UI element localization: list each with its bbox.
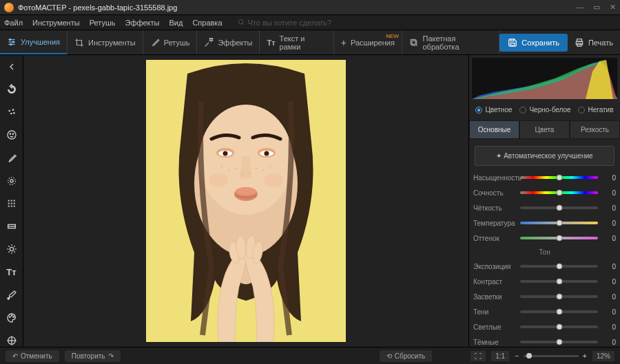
dropper-icon[interactable] xyxy=(6,289,18,301)
app-logo-icon xyxy=(4,3,14,12)
palette-icon[interactable] xyxy=(6,312,18,324)
gradient-icon[interactable] xyxy=(6,221,18,233)
titlebar: ФотоМАСТЕР - pexels-gabb-tapic-3155588.j… xyxy=(0,0,620,15)
paint-icon[interactable] xyxy=(6,152,18,164)
menu-help[interactable]: Справка xyxy=(192,19,222,27)
svg-point-71 xyxy=(249,173,250,174)
svg-point-0 xyxy=(238,19,242,23)
svg-point-61 xyxy=(236,187,256,195)
svg-line-40 xyxy=(8,246,9,247)
slider-blacks[interactable]: Тёмные0 xyxy=(473,334,616,347)
zoom-control[interactable]: − + xyxy=(515,352,587,360)
svg-rect-30 xyxy=(8,206,9,207)
face-icon[interactable] xyxy=(6,129,18,141)
subtab-basic[interactable]: Основные xyxy=(469,120,519,139)
wand-icon xyxy=(204,38,214,47)
adjustment-subtabs: Основные Цвета Резкость xyxy=(469,120,620,139)
text-tool-icon[interactable]: Tт xyxy=(6,266,18,278)
svg-rect-9 xyxy=(411,39,415,44)
svg-line-1 xyxy=(242,23,243,25)
tab-enhance[interactable]: Улучшения xyxy=(0,30,68,54)
slider-clarity[interactable]: Чёткость0 xyxy=(473,200,616,215)
slider-shadows[interactable]: Тени0 xyxy=(473,304,616,319)
menubar-search[interactable]: Что вы хотите сделать? xyxy=(238,19,332,27)
tab-effects[interactable]: Эффекты xyxy=(197,30,260,54)
tab-extensions[interactable]: + Расширения NEW xyxy=(334,30,402,54)
radial-icon[interactable] xyxy=(6,175,18,186)
menu-view[interactable]: Вид xyxy=(169,19,183,27)
svg-point-19 xyxy=(8,131,16,139)
slider-contrast[interactable]: Контраст0 xyxy=(473,274,616,289)
save-button[interactable]: Сохранить xyxy=(499,34,568,52)
slider-tint[interactable]: Оттенок0 xyxy=(473,231,616,246)
slider-exposure[interactable]: Экспозиция0 xyxy=(473,259,616,274)
subtab-sharpness[interactable]: Резкость xyxy=(570,120,620,139)
text-icon: Tт xyxy=(267,39,275,47)
radio-bw[interactable]: Черно-белое xyxy=(519,106,570,114)
svg-line-41 xyxy=(14,252,14,253)
svg-point-46 xyxy=(11,315,12,316)
target-icon[interactable] xyxy=(6,335,18,347)
svg-point-63 xyxy=(264,173,283,187)
tab-batch[interactable]: Пакетная обработка xyxy=(402,30,499,54)
sun-icon[interactable] xyxy=(6,244,18,255)
slider-temperature[interactable]: Температура0 xyxy=(473,215,616,231)
svg-rect-29 xyxy=(13,203,14,204)
svg-point-65 xyxy=(228,169,229,171)
svg-point-66 xyxy=(235,168,236,169)
zoom-out-icon[interactable]: − xyxy=(515,352,519,360)
tone-section-label: Тон xyxy=(473,246,616,259)
close-icon[interactable]: ✕ xyxy=(610,3,616,12)
svg-point-22 xyxy=(10,180,13,182)
tab-text-frames[interactable]: Tт Текст и рамки xyxy=(260,30,333,54)
menu-effects[interactable]: Эффекты xyxy=(125,19,159,27)
zoom-slider[interactable] xyxy=(524,355,579,357)
menu-file[interactable]: Файл xyxy=(4,19,23,27)
tab-retouch[interactable]: Ретушь xyxy=(143,30,198,54)
reset-button[interactable]: ⟲Сбросить xyxy=(380,350,432,362)
undo-button[interactable]: ↶Отменить xyxy=(6,350,59,362)
svg-rect-10 xyxy=(510,43,515,45)
main-tabs: Улучшения Инструменты Ретушь Эффекты Tт … xyxy=(0,30,620,55)
redo-button[interactable]: Повторить↷ xyxy=(65,350,121,362)
subtab-colors[interactable]: Цвета xyxy=(519,120,570,139)
svg-rect-24 xyxy=(8,200,9,202)
slider-vibrance[interactable]: Сочность0 xyxy=(473,185,616,200)
slider-saturation[interactable]: Насыщенность0 xyxy=(473,170,616,185)
left-toolbar: Tт xyxy=(0,55,23,347)
canvas[interactable] xyxy=(23,55,468,347)
svg-rect-11 xyxy=(510,39,514,41)
slider-highlights[interactable]: Засветки0 xyxy=(473,289,616,304)
auto-enhance-button[interactable]: ✦ Автоматическое улучшение xyxy=(475,146,614,166)
heal-icon[interactable] xyxy=(6,106,18,118)
menu-tools[interactable]: Инструменты xyxy=(32,19,80,27)
svg-line-43 xyxy=(14,246,14,247)
radio-color[interactable]: Цветное xyxy=(475,106,512,114)
redo-icon: ↷ xyxy=(108,352,114,360)
zoom-in-icon[interactable]: + xyxy=(583,352,587,360)
slider-whites[interactable]: Светлые0 xyxy=(473,319,616,334)
histogram xyxy=(472,58,617,99)
print-button[interactable]: Печать xyxy=(575,38,613,47)
reset-icon: ⟲ xyxy=(386,352,392,360)
svg-rect-32 xyxy=(13,206,14,207)
svg-rect-26 xyxy=(13,200,14,202)
maximize-icon[interactable]: ▭ xyxy=(593,3,600,12)
tab-tools[interactable]: Инструменты xyxy=(68,30,143,54)
svg-point-44 xyxy=(8,297,10,299)
svg-point-47 xyxy=(13,317,14,317)
sliders-container: Насыщенность0 Сочность0 Чёткость0 Темпер… xyxy=(469,170,620,347)
rotate-icon[interactable] xyxy=(6,83,18,95)
svg-point-70 xyxy=(242,173,243,174)
ratio-display[interactable]: 1:1 xyxy=(491,351,509,361)
minimize-icon[interactable]: — xyxy=(576,3,583,12)
svg-point-45 xyxy=(9,317,10,317)
radio-negative[interactable]: Негатив xyxy=(578,106,613,114)
fit-button[interactable]: ⛶ xyxy=(471,351,486,361)
menu-retouch[interactable]: Ретушь xyxy=(90,19,116,27)
zoom-percent[interactable]: 12% xyxy=(592,351,614,361)
grain-icon[interactable] xyxy=(6,197,18,209)
back-icon[interactable] xyxy=(6,61,18,72)
svg-point-64 xyxy=(221,166,223,167)
save-icon xyxy=(508,38,517,47)
